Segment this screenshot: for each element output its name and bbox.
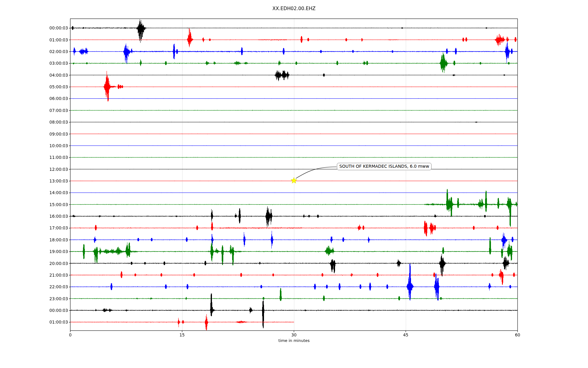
x-tick-label: 60 xyxy=(508,332,527,337)
y-tick-label: 19:00:03 xyxy=(42,249,68,254)
helicorder-plot-canvas xyxy=(0,0,588,368)
y-tick-label: 02:00:03 xyxy=(42,49,68,54)
y-tick-label: 10:00:03 xyxy=(42,143,68,148)
y-tick-label: 14:00:03 xyxy=(42,190,68,195)
x-tick-label: 45 xyxy=(397,332,415,337)
y-tick-label: 20:00:03 xyxy=(42,261,68,266)
y-tick-label: 05:00:03 xyxy=(42,84,68,90)
y-tick-label: 07:00:03 xyxy=(42,108,68,113)
y-tick-label: 15:00:03 xyxy=(42,202,68,207)
y-tick-label: 01:00:03 xyxy=(42,319,68,325)
y-tick-label: 22:00:03 xyxy=(42,284,68,289)
x-tick-label: 15 xyxy=(173,332,191,337)
y-tick-label: 08:00:03 xyxy=(42,119,68,125)
event-annotation-box: SOUTH OF KERMADEC ISLANDS, 6.0 mww xyxy=(337,163,432,170)
y-tick-label: 11:00:03 xyxy=(42,155,68,160)
y-tick-label: 16:00:03 xyxy=(42,213,68,219)
x-tick-label: 0 xyxy=(61,332,80,337)
y-tick-label: 00:00:03 xyxy=(42,308,68,313)
helicorder-figure: XX.EDH02.00.EHZ 00:00:0301:00:0302:00:03… xyxy=(0,0,588,368)
y-tick-label: 13:00:03 xyxy=(42,178,68,184)
y-tick-label: 04:00:03 xyxy=(42,72,68,78)
y-tick-label: 17:00:03 xyxy=(42,225,68,231)
y-tick-label: 03:00:03 xyxy=(42,60,68,66)
y-tick-label: 06:00:03 xyxy=(42,96,68,101)
y-tick-label: 00:00:03 xyxy=(42,25,68,31)
y-tick-label: 01:00:03 xyxy=(42,37,68,43)
y-tick-label: 21:00:03 xyxy=(42,272,68,278)
y-tick-label: 23:00:03 xyxy=(42,296,68,301)
x-tick-label: 30 xyxy=(285,332,303,337)
x-axis-title: time in minutes xyxy=(0,338,588,343)
chart-title: XX.EDH02.00.EHZ xyxy=(0,6,588,11)
y-tick-label: 09:00:03 xyxy=(42,131,68,137)
y-tick-label: 18:00:03 xyxy=(42,237,68,243)
y-tick-label: 12:00:03 xyxy=(42,167,68,172)
event-annotation-text: SOUTH OF KERMADEC ISLANDS, 6.0 mww xyxy=(339,164,429,169)
